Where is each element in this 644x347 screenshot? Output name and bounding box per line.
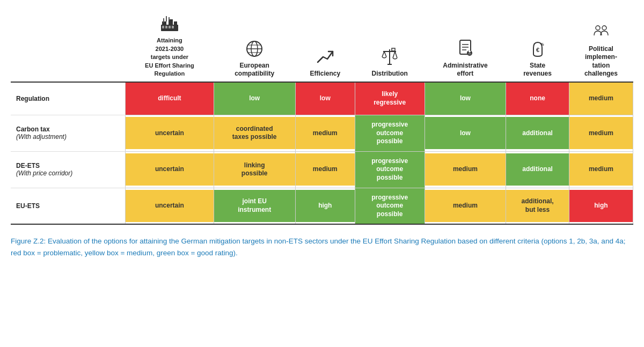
col-header-distribution: Distribution [355, 11, 425, 82]
cell-value: low [296, 83, 355, 115]
cell-value: low [425, 117, 506, 149]
svg-text:€: € [536, 47, 539, 53]
svg-rect-7 [162, 26, 164, 28]
cell-regulation-col5: none [506, 82, 569, 115]
cell-carbon-tax-col2: medium [295, 115, 355, 151]
cell-value: difficult [126, 83, 213, 115]
cell-de-ets-col4: medium [425, 151, 506, 188]
cell-value: likely regressive [355, 83, 425, 115]
col-header-attaining: Attaining 2021-2030 targets under EU Eff… [126, 11, 214, 82]
cell-value: high [569, 190, 633, 222]
cell-value: high [296, 190, 355, 222]
row-label-eu-ets: EU-ETS [11, 188, 126, 224]
row-label-regulation: Regulation [11, 82, 126, 115]
cell-carbon-tax-col1: coordinated taxes possible [214, 115, 295, 151]
cell-value: low [425, 83, 506, 115]
cell-value: medium [569, 153, 633, 186]
cell-value: coordinated taxes possible [214, 117, 295, 149]
svg-text:%: % [540, 42, 544, 47]
cell-carbon-tax-col5: additional [506, 115, 569, 151]
main-container: Attaining 2021-2030 targets under EU Eff… [11, 11, 633, 259]
cell-eu-ets-col0: uncertain [126, 188, 214, 224]
svg-rect-3 [174, 21, 177, 26]
cell-value: progressive outcome possible [355, 152, 425, 188]
svg-point-32 [596, 26, 600, 30]
cell-value: additional [506, 153, 569, 186]
cell-value: uncertain [126, 117, 213, 149]
cell-value: medium [296, 117, 355, 149]
row-label-carbon-tax: Carbon tax(With adjustment) [11, 115, 126, 151]
cell-eu-ets-col6: high [569, 188, 633, 224]
svg-rect-4 [163, 18, 164, 23]
coin-icon: € % [528, 39, 547, 58]
cell-value: progressive outcome possible [355, 115, 425, 151]
cell-eu-ets-col5: additional, but less [506, 188, 569, 224]
svg-line-21 [395, 51, 397, 58]
efficiency-icon [316, 47, 335, 67]
cell-carbon-tax-col6: medium [569, 115, 633, 151]
col-header-administrative: Administrative effort [425, 11, 506, 82]
cell-regulation-col3: likely regressive [355, 82, 425, 115]
svg-point-29 [469, 50, 471, 53]
cell-eu-ets-col1: joint EU instrument [214, 188, 295, 224]
cell-regulation-col6: medium [569, 82, 633, 115]
cell-de-ets-col2: medium [295, 151, 355, 188]
svg-rect-5 [166, 16, 167, 21]
cell-eu-ets-col4: medium [425, 188, 506, 224]
cell-carbon-tax-col4: low [425, 115, 506, 151]
svg-rect-8 [165, 26, 167, 28]
svg-line-19 [384, 51, 386, 57]
cell-value: medium [296, 153, 355, 186]
col-header-european: European compatibility [214, 11, 295, 82]
cell-de-ets-col1: linking possible [214, 151, 295, 188]
cell-eu-ets-col2: high [295, 188, 355, 224]
cell-regulation-col0: difficult [126, 82, 214, 115]
svg-line-18 [382, 51, 384, 57]
cell-de-ets-col6: medium [569, 151, 633, 188]
cell-value: medium [569, 117, 633, 149]
cell-value: linking possible [214, 153, 295, 186]
cell-value: medium [425, 153, 506, 186]
table-row: DE-ETS(With price corridor)uncertainlink… [11, 151, 633, 188]
svg-point-33 [602, 26, 606, 30]
table-row: EU-ETSuncertainjoint EU instrumenthighpr… [11, 188, 633, 224]
cell-carbon-tax-col0: uncertain [126, 115, 214, 151]
figure-caption: Figure Z.2: Evaluation of the options fo… [11, 235, 633, 259]
cell-regulation-col4: low [425, 82, 506, 115]
cell-de-ets-col5: additional [506, 151, 569, 188]
svg-rect-6 [169, 17, 170, 20]
cell-value: medium [569, 83, 633, 115]
factory-icon [160, 14, 179, 33]
cell-regulation-col2: low [295, 82, 355, 115]
cell-regulation-col1: low [214, 82, 295, 115]
svg-rect-23 [392, 48, 395, 51]
col-header-efficiency: Efficiency [295, 11, 355, 82]
cell-value: additional, but less [506, 190, 569, 222]
evaluation-table: Attaining 2021-2030 targets under EU Eff… [11, 11, 633, 225]
cell-value: uncertain [126, 190, 213, 222]
table-row: Carbon tax(With adjustment)uncertaincoor… [11, 115, 633, 151]
svg-rect-9 [169, 26, 171, 28]
svg-line-20 [393, 51, 395, 58]
scales-icon [380, 47, 399, 67]
cell-value: progressive outcome possible [355, 188, 425, 224]
cell-value: none [506, 83, 569, 115]
table-row: Regulationdifficultlowlowlikely regressi… [11, 82, 633, 115]
row-label-de-ets: DE-ETS(With price corridor) [11, 151, 126, 188]
cell-value: uncertain [126, 153, 213, 186]
col-header-state: € % State revenues [506, 11, 569, 82]
col-header-empty [11, 11, 126, 82]
cell-eu-ets-col3: progressive outcome possible [355, 188, 425, 224]
globe-icon [245, 39, 264, 58]
svg-rect-10 [172, 26, 174, 28]
cell-value: additional [506, 117, 569, 149]
cell-de-ets-col0: uncertain [126, 151, 214, 188]
cell-value: medium [425, 190, 506, 222]
cell-value: low [214, 83, 295, 115]
cell-de-ets-col3: progressive outcome possible [355, 151, 425, 188]
people-icon [591, 23, 611, 42]
cell-carbon-tax-col3: progressive outcome possible [355, 115, 425, 151]
document-icon [456, 39, 475, 58]
col-header-political: Political implemen- tation challenges [569, 11, 633, 82]
cell-value: joint EU instrument [214, 190, 295, 222]
